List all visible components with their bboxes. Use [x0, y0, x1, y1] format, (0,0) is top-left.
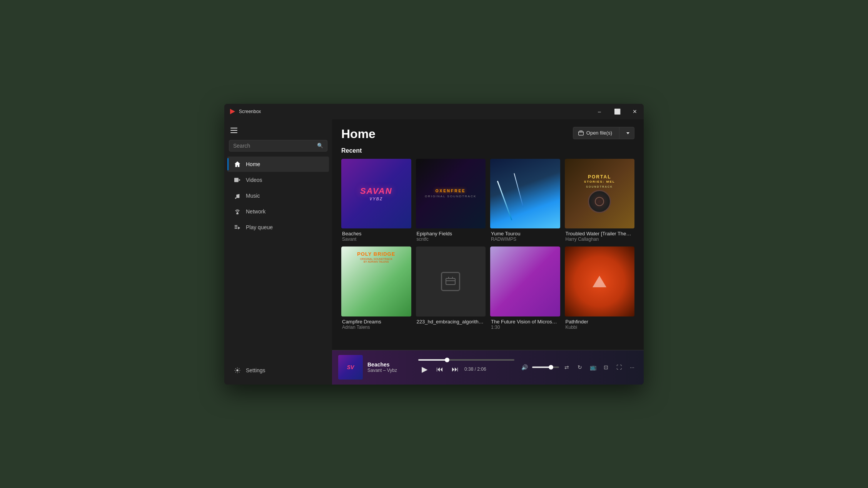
open-file-arrow[interactable]: [622, 128, 634, 138]
sidebar-bottom: Settings: [224, 359, 332, 381]
media-name-yume: Yume Tourou: [491, 231, 559, 237]
sidebar-item-network[interactable]: Network: [227, 204, 329, 219]
player-info: Beaches Savant – Vybz: [367, 361, 414, 373]
media-info-beaches: Beaches Savant: [341, 231, 411, 242]
media-card-future[interactable]: The Future Vision of Microsoft 365.mp4 1…: [490, 246, 560, 330]
media-card-campfire[interactable]: POLY BRIDGE ORIGINAL SOUNDTRACK BY ADRIA…: [341, 246, 411, 330]
media-name-embracing: 223_hd_embracing_algorithms.mp4: [417, 319, 485, 325]
cast-button[interactable]: 📺: [588, 362, 598, 373]
page-title: Home: [341, 127, 376, 141]
media-name-beaches: Beaches: [342, 231, 411, 237]
media-sub-yume: RADWIMPS: [491, 237, 559, 242]
minimize-button[interactable]: –: [591, 104, 608, 119]
network-icon: [234, 208, 241, 215]
sidebar-item-network-label: Network: [246, 208, 265, 215]
media-card-beaches[interactable]: SAVAN VYBZ Beaches Savant: [341, 159, 411, 242]
sidebar-item-music-label: Music: [246, 193, 260, 199]
app-title: Screenbox: [239, 109, 261, 114]
player-artist: Savant – Vybz: [367, 368, 414, 373]
next-button[interactable]: ⏭: [449, 363, 461, 375]
media-thumb-pathfinder: [565, 246, 635, 316]
hamburger-line-2: [230, 130, 237, 131]
hamburger-line-3: [230, 132, 237, 133]
search-box[interactable]: 🔍: [229, 140, 327, 152]
media-card-embracing[interactable]: 223_hd_embracing_algorithms.mp4: [416, 246, 486, 330]
progress-bar[interactable]: [418, 359, 514, 361]
miniplayer-button[interactable]: ⊡: [601, 362, 611, 373]
volume-bar[interactable]: [532, 366, 559, 368]
sidebar: 🔍 Home: [224, 119, 332, 385]
svg-rect-1: [234, 178, 239, 182]
polybridge-overlay: POLY BRIDGE ORIGINAL SOUNDTRACK BY ADRIA…: [341, 246, 411, 316]
more-options-button[interactable]: ···: [627, 362, 638, 373]
svg-rect-8: [235, 228, 237, 228]
open-file-main[interactable]: Open file(s): [573, 127, 617, 139]
player-right: 🔊 ⇄ ↻ 📺 ⊡ ⛶ ···: [519, 362, 638, 373]
play-button[interactable]: ▶: [418, 363, 431, 375]
media-sub-campfire: Adrian Talens: [342, 325, 411, 330]
media-info-pathfinder: Pathfinder Kubbi: [565, 319, 635, 330]
media-card-troubled[interactable]: PORTAL STORIES: MEL SOUNDTRACK Troubled …: [565, 159, 635, 242]
media-info-embracing: 223_hd_embracing_algorithms.mp4: [416, 319, 486, 325]
media-thumb-epiphany: OXENFREE ORIGINAL SOUNDTRACK: [416, 159, 486, 229]
media-info-epiphany: Epiphany Fields scntfc: [416, 231, 486, 242]
home-icon: [234, 160, 241, 168]
media-name-campfire: Campfire Dreams: [342, 319, 411, 325]
content-scroll[interactable]: Recent SAVAN VYBZ: [332, 141, 644, 350]
maximize-button[interactable]: ⬜: [608, 104, 626, 119]
sidebar-item-play-queue[interactable]: Play queue: [227, 220, 329, 235]
svg-rect-7: [235, 227, 237, 227]
settings-icon: [234, 366, 241, 374]
shuffle-button[interactable]: ⇄: [561, 362, 572, 373]
videos-icon: [234, 176, 241, 184]
svg-marker-2: [239, 179, 241, 181]
media-card-pathfinder[interactable]: Pathfinder Kubbi: [565, 246, 635, 330]
previous-button[interactable]: ⏮: [434, 363, 446, 375]
player-controls: ▶ ⏮ ⏭ 0:38 / 2:06: [418, 363, 514, 375]
media-thumb-embracing: [416, 246, 486, 316]
fullscreen-button[interactable]: ⛶: [614, 362, 624, 373]
pathfinder-triangle-icon: [593, 276, 606, 287]
sidebar-nav: Home Videos: [224, 156, 332, 235]
svg-rect-13: [446, 278, 455, 285]
player-title: Beaches: [367, 361, 414, 368]
open-file-divider: [619, 127, 619, 139]
media-info-campfire: Campfire Dreams Adrian Talens: [341, 319, 411, 330]
media-card-epiphany[interactable]: OXENFREE ORIGINAL SOUNDTRACK Epiphany Fi…: [416, 159, 486, 242]
open-file-button[interactable]: Open file(s): [573, 127, 634, 139]
media-sub-future: 1:30: [491, 325, 559, 330]
media-name-epiphany: Epiphany Fields: [417, 231, 485, 237]
sidebar-item-home[interactable]: Home: [227, 157, 329, 172]
media-card-yume[interactable]: Yume Tourou RADWIMPS: [490, 159, 560, 242]
sidebar-top: 🔍: [224, 122, 332, 156]
volume-thumb: [549, 365, 553, 370]
media-info-future: The Future Vision of Microsoft 365.mp4 1…: [490, 319, 560, 330]
search-input[interactable]: [233, 143, 314, 149]
title-bar-left: Screenbox: [229, 108, 261, 115]
svg-point-5: [237, 212, 238, 213]
player-bar: SV Beaches Savant – Vybz ▶ ⏮ ⏭: [332, 350, 644, 385]
title-bar-controls: – ⬜ ✕: [591, 104, 644, 119]
media-sub-troubled: Harry Callaghan: [566, 237, 634, 242]
music-icon: [234, 192, 241, 200]
sidebar-item-videos-label: Videos: [246, 177, 262, 183]
hamburger-button[interactable]: [229, 125, 239, 135]
media-sub-epiphany: scntfc: [417, 237, 485, 242]
close-button[interactable]: ✕: [626, 104, 644, 119]
content-header: Home Open file(s): [332, 119, 644, 141]
media-info-troubled: Troubled Water [Trailer Theme] Harry Cal…: [565, 231, 635, 242]
sidebar-item-play-queue-label: Play queue: [246, 224, 273, 230]
svg-rect-6: [235, 225, 237, 226]
sidebar-item-videos[interactable]: Videos: [227, 172, 329, 188]
title-bar: Screenbox – ⬜ ✕: [224, 104, 644, 119]
svg-rect-3: [236, 213, 238, 214]
svg-marker-12: [626, 132, 629, 134]
media-thumb-campfire: POLY BRIDGE ORIGINAL SOUNDTRACK BY ADRIA…: [341, 246, 411, 316]
sidebar-item-music[interactable]: Music: [227, 188, 329, 203]
volume-button[interactable]: 🔊: [519, 362, 530, 373]
sidebar-item-settings[interactable]: Settings: [227, 363, 329, 378]
volume-fill: [532, 366, 551, 368]
svg-rect-11: [578, 132, 583, 135]
repeat-button[interactable]: ↻: [574, 362, 585, 373]
svg-point-10: [236, 369, 238, 371]
